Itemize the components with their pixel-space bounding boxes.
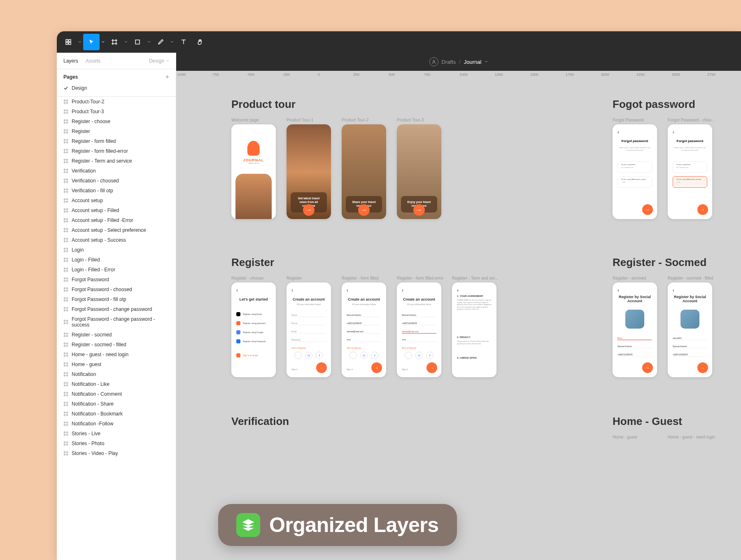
- layer-item[interactable]: Verification: [57, 166, 176, 176]
- user-avatar-icon[interactable]: [429, 57, 438, 66]
- frame-label[interactable]: Register - socmed - filled: [668, 276, 713, 280]
- mock-register-error[interactable]: ‹ Create an account Fill your informatio…: [397, 282, 441, 377]
- frame-tool[interactable]: [106, 34, 123, 50]
- shape-tool[interactable]: [129, 34, 146, 50]
- frame-icon: [63, 168, 68, 173]
- tab-assets[interactable]: Assets: [86, 58, 100, 64]
- mock-tour2[interactable]: Share your travel experience →: [342, 124, 386, 219]
- layer-item[interactable]: Register - choose: [57, 117, 176, 126]
- layer-item[interactable]: Register - Term and service: [57, 156, 176, 166]
- layer-item[interactable]: Forgot Password: [57, 275, 176, 285]
- layer-item[interactable]: Forgot Password - change password: [57, 304, 176, 314]
- frame-label[interactable]: Register - form filled-error: [397, 276, 444, 280]
- mock-register[interactable]: ‹ Create an account Fill your informatio…: [287, 282, 331, 377]
- mock-register-filled[interactable]: ‹ Create an account Fill your informatio…: [342, 282, 386, 377]
- move-tool[interactable]: [83, 34, 100, 50]
- frame-icon: [63, 198, 68, 203]
- layer-item[interactable]: Notification - Share: [57, 399, 176, 409]
- layer-name: Register - form filled: [72, 138, 116, 144]
- layer-item[interactable]: Account setup - Filled: [57, 205, 176, 215]
- frame-label[interactable]: Product Tour-1: [287, 118, 313, 122]
- layer-item[interactable]: Account setup - Select preference: [57, 225, 176, 235]
- mock-forgot[interactable]: ‹ Forgot password Select which contact d…: [613, 124, 657, 219]
- frame-label[interactable]: Welcome page: [231, 118, 259, 122]
- layer-item[interactable]: Login - Filled - Error: [57, 265, 176, 275]
- mock-register-terms[interactable]: ‹ 1. YOUR AGREEMENTPLEASE READ the docum…: [452, 282, 496, 377]
- layer-item[interactable]: Stories - Live: [57, 429, 176, 439]
- layer-item[interactable]: Notification -Follow: [57, 419, 176, 429]
- frame-label[interactable]: Register - Term and ser...: [452, 276, 498, 280]
- google-icon: G: [305, 352, 312, 359]
- page-item-design[interactable]: Design: [63, 84, 169, 92]
- section-title-home: Home - Guest: [613, 415, 682, 428]
- frame-icon: [63, 277, 68, 282]
- frame-label[interactable]: Forgot Password - choo...: [668, 118, 715, 122]
- frame-icon: [63, 119, 68, 124]
- breadcrumb-current[interactable]: Journal: [464, 59, 482, 65]
- layer-item[interactable]: Account setup - Filled -Error: [57, 215, 176, 225]
- layer-item[interactable]: Notification - Like: [57, 379, 176, 389]
- add-page-button[interactable]: +: [165, 73, 169, 81]
- layer-item[interactable]: Stories - Video - Play: [57, 448, 176, 458]
- mock-register-choose[interactable]: ‹ Let's get started Register using Email…: [231, 282, 276, 377]
- chevron-down-icon[interactable]: [485, 60, 488, 63]
- layer-item[interactable]: Register: [57, 126, 176, 136]
- layer-item[interactable]: Forgot Password - choosed: [57, 285, 176, 294]
- layer-item[interactable]: Register - form filled-error: [57, 146, 176, 156]
- layer-item[interactable]: Verification - choosed: [57, 176, 176, 186]
- frame-label[interactable]: Product Tour-3: [397, 118, 424, 122]
- layers-list[interactable]: Product-Tour-2Product Tour-3Register - c…: [57, 97, 176, 560]
- layer-item[interactable]: Account setup: [57, 196, 176, 205]
- menu-button[interactable]: [60, 34, 77, 50]
- layer-item[interactable]: Product Tour-3: [57, 107, 176, 117]
- frame-label[interactable]: Home - guest: [613, 435, 637, 439]
- layer-item[interactable]: Register - socmed: [57, 330, 176, 340]
- layer-item[interactable]: Forgot Password - fill otp: [57, 294, 176, 304]
- toolbar: [57, 31, 741, 53]
- tab-design[interactable]: Design: [149, 58, 169, 64]
- mock-tour3[interactable]: Enjoy your travel experience →: [397, 124, 441, 219]
- layer-item[interactable]: Register - socmed - filled: [57, 340, 176, 350]
- text-tool[interactable]: [175, 34, 192, 50]
- layer-item[interactable]: Notification - Bookmark: [57, 409, 176, 419]
- frame-label[interactable]: Register - choose: [231, 276, 263, 280]
- layer-item[interactable]: Notification - Comment: [57, 389, 176, 399]
- pen-dropdown[interactable]: [169, 34, 175, 50]
- sidebar: Layers Assets Design Pages + Design Prod…: [57, 53, 176, 560]
- frame-label[interactable]: Register - form filled: [342, 276, 378, 280]
- frame-dropdown[interactable]: [123, 34, 129, 50]
- mock-socmed-filled[interactable]: ‹ Register by Social Account samuel21 Sa…: [668, 282, 712, 377]
- layer-item[interactable]: Register - form filled: [57, 136, 176, 146]
- frame-label[interactable]: Home - guest - need login: [668, 435, 715, 439]
- frame-icon: [63, 208, 68, 213]
- mock-forgot-chosen[interactable]: ‹ Forgot password Select which contact d…: [668, 124, 712, 219]
- canvas[interactable]: Product tour Welcome page JOURNAL TRAVEL…: [176, 80, 741, 560]
- layer-item[interactable]: Forgot Password - change password - succ…: [57, 314, 176, 330]
- mock-socmed[interactable]: ‹ Register by Social Account Error Samue…: [613, 282, 657, 377]
- frame-label[interactable]: Register: [287, 276, 302, 280]
- layer-item[interactable]: Verification - fill otp: [57, 186, 176, 196]
- move-dropdown[interactable]: [100, 34, 106, 50]
- layer-name: Login - Filled - Error: [72, 267, 115, 273]
- layer-item[interactable]: Home - guest - need login: [57, 350, 176, 359]
- mock-welcome[interactable]: JOURNAL TRAVEL BLOG: [231, 124, 276, 219]
- pen-tool[interactable]: [152, 34, 169, 50]
- hand-tool[interactable]: [192, 34, 208, 50]
- layer-item[interactable]: Account setup - Success: [57, 235, 176, 245]
- frame-label[interactable]: Register - socmed: [613, 276, 646, 280]
- layer-item[interactable]: Login - Filled: [57, 255, 176, 265]
- layer-item[interactable]: Product-Tour-2: [57, 97, 176, 107]
- layer-item[interactable]: Stories - Photo: [57, 439, 176, 448]
- mock-tour1[interactable]: Get latest travel news from all countrie…: [287, 124, 331, 219]
- tab-layers[interactable]: Layers: [63, 58, 78, 64]
- breadcrumb-parent[interactable]: Drafts: [442, 59, 456, 65]
- layer-item[interactable]: Home - guest: [57, 359, 176, 369]
- frame-label[interactable]: Product Tour-2: [342, 118, 368, 122]
- menu-dropdown[interactable]: [77, 34, 83, 50]
- shape-dropdown[interactable]: [146, 34, 152, 50]
- layer-item[interactable]: Notification: [57, 369, 176, 379]
- frame-label[interactable]: Forgot Password: [613, 118, 644, 122]
- layer-name: Notification - Comment: [72, 391, 122, 397]
- layer-item[interactable]: Login: [57, 245, 176, 255]
- layer-name: Login: [72, 247, 84, 253]
